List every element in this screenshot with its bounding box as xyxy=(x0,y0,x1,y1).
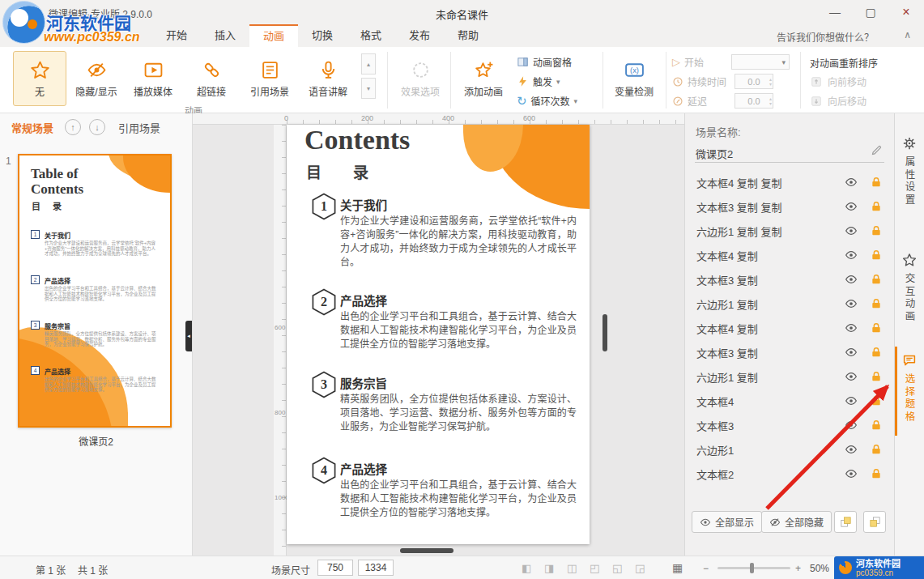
lock-icon[interactable] xyxy=(870,176,883,189)
lock-icon[interactable] xyxy=(870,346,883,359)
stepper-icon[interactable]: ▴▾ xyxy=(769,75,772,88)
scene-height-input[interactable] xyxy=(358,560,394,576)
gallery-scroll-down-button[interactable]: ▾ xyxy=(361,78,376,99)
tab-insert[interactable]: 插入 xyxy=(201,24,249,47)
trigger-button[interactable]: 触发 ▾ xyxy=(517,75,560,88)
gallery-scroll-up-button[interactable]: ▴ xyxy=(361,53,376,75)
slide-title[interactable]: Contents xyxy=(304,125,410,155)
layer-row[interactable]: 文本框3 复制 复制 xyxy=(685,194,894,219)
tab-transition[interactable]: 切换 xyxy=(298,24,347,47)
zoom-slider-thumb[interactable] xyxy=(750,563,754,573)
send-backward-button[interactable] xyxy=(863,511,886,533)
lock-icon[interactable] xyxy=(870,321,883,334)
start-dropdown[interactable]: ▾ xyxy=(731,54,790,70)
visibility-eye-icon[interactable] xyxy=(845,346,858,359)
duration-setting-row[interactable]: 持续时间 0.0 ▴▾ xyxy=(672,74,773,89)
zoom-in-button[interactable]: + xyxy=(795,563,801,574)
editing-canvas[interactable]: 0 200 400 600 600 800 1000 Contents 目 录 … xyxy=(193,113,684,556)
layer-row[interactable]: 文本框3 xyxy=(685,413,894,437)
layer-row[interactable]: 文本框2 xyxy=(685,462,894,486)
tab-referenced-scenes[interactable]: 引用场景 xyxy=(118,120,160,135)
add-animation-button[interactable]: 添加动画 xyxy=(457,51,510,106)
visibility-eye-icon[interactable] xyxy=(845,200,858,213)
tab-normal-scenes[interactable]: 常规场景 xyxy=(11,120,53,135)
lock-icon[interactable] xyxy=(870,273,883,286)
tab-format[interactable]: 格式 xyxy=(347,24,395,47)
delay-input[interactable]: 0.0 ▴▾ xyxy=(735,93,773,109)
tab-property-settings[interactable]: 属性设置 xyxy=(895,136,924,206)
bell-icon[interactable] xyxy=(889,562,901,574)
fit-to-screen-icon[interactable] xyxy=(860,562,872,574)
tab-interactive-animation[interactable]: 交互动画 xyxy=(895,253,924,323)
lock-icon[interactable] xyxy=(870,297,883,310)
lock-icon[interactable] xyxy=(870,224,883,237)
move-forward-button[interactable]: 向前移动 xyxy=(810,75,867,88)
bring-forward-button[interactable] xyxy=(834,511,857,533)
visibility-eye-icon[interactable] xyxy=(845,273,858,286)
edit-pencil-icon[interactable] xyxy=(871,144,883,156)
layer-row[interactable]: 文本框4 xyxy=(685,389,894,413)
hyperlink-button[interactable]: 超链接 xyxy=(185,51,238,106)
animation-pane-button[interactable]: 动画窗格 xyxy=(517,55,572,69)
align-center-icon[interactable]: ◨ xyxy=(544,562,554,574)
animation-none-button[interactable]: 无 xyxy=(13,51,66,106)
tab-animation[interactable]: 动画 xyxy=(249,24,298,47)
layer-row[interactable]: 文本框4 复制 xyxy=(685,316,894,340)
lock-icon[interactable] xyxy=(870,394,883,407)
align-bottom-icon[interactable]: ◲ xyxy=(635,562,645,574)
close-button[interactable]: × xyxy=(888,0,924,24)
align-top-icon[interactable]: ◰ xyxy=(590,562,599,574)
reference-scene-button[interactable]: 引用场景 xyxy=(243,51,296,106)
scene-move-up-button[interactable]: ↑ xyxy=(65,119,81,135)
canvas-horizontal-scrollbar[interactable] xyxy=(400,548,453,553)
tab-quiz-panel[interactable]: 选择题格 xyxy=(895,353,924,424)
visibility-eye-icon[interactable] xyxy=(845,443,858,456)
align-middle-icon[interactable]: ◱ xyxy=(612,562,622,574)
scene-move-down-button[interactable]: ↓ xyxy=(89,119,105,135)
tab-help[interactable]: 帮助 xyxy=(444,24,492,47)
zoom-slider[interactable] xyxy=(717,567,790,569)
maximize-button[interactable]: ▢ xyxy=(853,0,888,24)
lock-icon[interactable] xyxy=(870,200,883,213)
voice-narration-button[interactable]: 语音讲解 xyxy=(301,51,355,106)
show-all-button[interactable]: 全部显示 xyxy=(692,511,762,533)
layer-row[interactable]: 文本框3 复制 xyxy=(685,340,894,364)
lock-icon[interactable] xyxy=(870,443,883,456)
visibility-eye-icon[interactable] xyxy=(845,467,858,480)
hide-all-button[interactable]: 全部隐藏 xyxy=(761,511,832,533)
lock-icon[interactable] xyxy=(870,249,883,262)
variable-check-button[interactable]: (x) 变量检测 xyxy=(609,51,659,106)
visibility-eye-icon[interactable] xyxy=(845,176,858,189)
zoom-out-button[interactable]: − xyxy=(703,563,709,574)
visibility-eye-icon[interactable] xyxy=(845,249,858,262)
align-left-icon[interactable]: ◧ xyxy=(522,562,531,574)
layer-row[interactable]: 文本框3 复制 xyxy=(685,267,894,292)
layer-row[interactable]: 六边形1 复制 xyxy=(685,292,894,316)
scene-name-value[interactable]: 微课页2 xyxy=(696,146,733,161)
visibility-eye-icon[interactable] xyxy=(845,297,858,310)
tell-me-search[interactable]: 告诉我们你想做什么？ xyxy=(777,30,874,44)
visibility-eye-icon[interactable] xyxy=(845,419,858,432)
layer-row[interactable]: 文本框4 复制 复制 xyxy=(685,170,894,194)
tab-publish[interactable]: 发布 xyxy=(395,24,444,47)
slide-thumbnail[interactable]: Table of Contents 目 录 1 关于我们 作为企业大学建设和运营… xyxy=(18,154,172,428)
effect-options-button[interactable]: 效果选项 xyxy=(394,51,447,106)
grid-view-icon[interactable]: ▦ xyxy=(672,561,683,574)
visibility-eye-icon[interactable] xyxy=(845,370,858,383)
canvas-vertical-scrollbar[interactable] xyxy=(603,314,607,351)
visibility-eye-icon[interactable] xyxy=(845,394,858,407)
collapse-ribbon-icon[interactable]: ∧ xyxy=(904,29,911,40)
panel-collapse-handle[interactable]: ◂ xyxy=(185,321,192,351)
lock-icon[interactable] xyxy=(870,419,883,432)
hide-show-button[interactable]: 隐藏/显示 xyxy=(70,51,123,106)
minimize-button[interactable]: — xyxy=(817,0,853,24)
loop-count-button[interactable]: ↻ 循环次数 ▾ xyxy=(517,94,577,108)
layer-row[interactable]: 六边形1 xyxy=(685,437,894,462)
layer-row[interactable]: 文本框4 复制 xyxy=(685,243,894,267)
tab-start[interactable]: 开始 xyxy=(152,24,201,47)
lock-icon[interactable] xyxy=(870,467,883,480)
layer-row[interactable]: 六边形1 复制 复制 xyxy=(685,219,894,243)
visibility-eye-icon[interactable] xyxy=(845,321,858,334)
delay-setting-row[interactable]: 延迟 0.0 ▴▾ xyxy=(672,93,773,109)
lock-icon[interactable] xyxy=(870,370,883,383)
